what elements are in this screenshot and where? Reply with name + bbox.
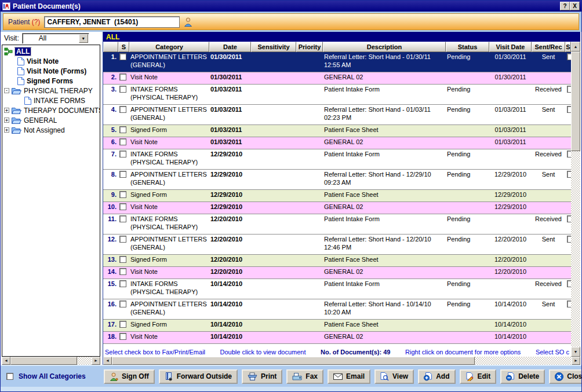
row-checkbox[interactable] bbox=[119, 138, 126, 145]
expand-icon[interactable]: + bbox=[4, 127, 9, 133]
delete-button[interactable]: Delete bbox=[500, 369, 545, 384]
visit-dropdown[interactable]: All ▼ bbox=[22, 33, 89, 44]
row-checkbox[interactable] bbox=[119, 256, 126, 263]
email-button[interactable]: Email bbox=[328, 369, 370, 384]
signoff-checkbox[interactable] bbox=[567, 151, 571, 157]
signoff-checkbox[interactable] bbox=[567, 171, 571, 178]
table-row[interactable]: 1.APPOINTMENT LETTERS (GENERAL)01/30/201… bbox=[103, 52, 571, 72]
column-header-s[interactable]: S bbox=[118, 42, 129, 52]
table-row[interactable]: 7.INTAKE FORMS (PHYSICAL THERAPY)12/29/2… bbox=[103, 149, 571, 170]
scrollbar-thumb[interactable] bbox=[571, 52, 580, 151]
row-checkbox[interactable] bbox=[119, 333, 126, 340]
table-row[interactable]: 17.Signed Form10/14/2010Patient Face She… bbox=[103, 320, 571, 332]
visit-date-cell: 12/20/2010 bbox=[489, 267, 532, 279]
help-button[interactable]: ? bbox=[560, 2, 570, 10]
table-row[interactable]: 13.Signed Form12/20/2010Patient Face She… bbox=[103, 255, 571, 267]
tree-item-all[interactable]: ALL bbox=[2, 46, 100, 56]
fax-button[interactable]: Fax bbox=[286, 369, 323, 384]
tree-item-visit-note-forms[interactable]: Visit Note (Forms) bbox=[2, 66, 100, 76]
table-row[interactable]: 18.Visit Note10/14/2010GENERAL 0210/14/2… bbox=[103, 332, 571, 344]
row-checkbox[interactable] bbox=[119, 106, 126, 113]
tree-item-therapy-documents[interactable]: +THERAPY DOCUMENTS bbox=[2, 105, 100, 115]
patient-person-icon[interactable] bbox=[184, 17, 192, 27]
scrollbar-thumb[interactable] bbox=[112, 357, 475, 365]
signoff-checkbox[interactable] bbox=[567, 236, 571, 243]
patient-input[interactable] bbox=[44, 16, 180, 28]
scroll-right-icon[interactable]: ► bbox=[572, 357, 580, 365]
show-all-categories-checkbox[interactable] bbox=[6, 373, 13, 380]
scroll-left-icon[interactable]: ◄ bbox=[103, 357, 112, 365]
column-header-status[interactable]: Status bbox=[446, 42, 489, 52]
row-checkbox[interactable] bbox=[119, 191, 126, 198]
scroll-right-icon[interactable]: ► bbox=[92, 357, 100, 365]
column-header-blank[interactable] bbox=[103, 42, 118, 52]
row-checkbox[interactable] bbox=[119, 203, 126, 210]
signoff-checkbox[interactable] bbox=[567, 86, 571, 93]
scroll-down-icon[interactable]: ▼ bbox=[571, 347, 580, 357]
print-button[interactable]: Print bbox=[242, 369, 282, 384]
tree-item-not-assigned[interactable]: +Not Assigned bbox=[2, 125, 100, 135]
expand-icon[interactable]: + bbox=[4, 118, 9, 123]
tree-item-intake-forms[interactable]: INTAKE FORMS bbox=[2, 96, 100, 105]
column-header-sensitivity[interactable]: Sensitivity bbox=[251, 42, 296, 52]
column-header-description[interactable]: Description bbox=[323, 42, 446, 52]
row-checkbox[interactable] bbox=[119, 280, 126, 287]
scrollbar-thumb[interactable] bbox=[10, 357, 77, 365]
table-row[interactable]: 11.INTAKE FORMS (PHYSICAL THERAPY)12/20/… bbox=[103, 214, 571, 235]
scroll-up-icon[interactable]: ▲ bbox=[571, 42, 580, 52]
signoff-checkbox[interactable] bbox=[567, 301, 571, 307]
table-row[interactable]: 2.Visit Note01/30/2011GENERAL 0201/30/20… bbox=[103, 72, 571, 85]
table-row[interactable]: 6.Visit Note01/03/2011GENERAL 0201/03/20… bbox=[103, 137, 571, 149]
table-row[interactable]: 14.Visit Note12/20/2010GENERAL 0212/20/2… bbox=[103, 267, 571, 279]
sign-off-button[interactable]: Sign Off bbox=[104, 369, 155, 384]
table-row[interactable]: 10.Visit Note12/29/2010GENERAL 0212/29/2… bbox=[103, 202, 571, 214]
row-checkbox[interactable] bbox=[119, 53, 126, 60]
chevron-down-icon[interactable]: ▼ bbox=[79, 34, 88, 43]
forward-outside-button[interactable]: Forward Outside bbox=[159, 369, 238, 384]
column-header-visit-date[interactable]: Visit Date bbox=[489, 42, 532, 52]
tree-horizontal-scrollbar[interactable]: ◄ ► bbox=[2, 357, 100, 365]
scroll-left-icon[interactable]: ◄ bbox=[2, 357, 10, 365]
table-row[interactable]: 5.Signed Form01/03/2011Patient Face Shee… bbox=[103, 125, 571, 137]
expand-icon[interactable]: + bbox=[4, 108, 9, 113]
row-checkbox[interactable] bbox=[119, 321, 126, 328]
column-header-s-partial[interactable]: S bbox=[565, 42, 571, 52]
signoff-checkbox[interactable] bbox=[567, 53, 571, 60]
tree-item-visit-note[interactable]: Visit Note bbox=[2, 56, 100, 66]
close-button[interactable]: Close bbox=[549, 369, 582, 384]
close-window-button[interactable]: X bbox=[570, 2, 580, 10]
row-checkbox[interactable] bbox=[119, 74, 126, 80]
row-checkbox[interactable] bbox=[119, 215, 126, 222]
table-row[interactable]: 9.Signed Form12/29/2010Patient Face Shee… bbox=[103, 190, 571, 202]
row-checkbox[interactable] bbox=[119, 171, 126, 178]
signoff-checkbox[interactable] bbox=[567, 106, 571, 113]
collapse-icon[interactable]: - bbox=[4, 88, 9, 93]
table-row[interactable]: 4.APPOINTMENT LETTERS (GENERAL)01/03/201… bbox=[103, 105, 571, 125]
row-checkbox[interactable] bbox=[119, 86, 126, 93]
table-row[interactable]: 3.INTAKE FORMS (PHYSICAL THERAPY)01/03/2… bbox=[103, 85, 571, 105]
patient-help-mark[interactable]: (?) bbox=[32, 18, 41, 26]
row-checkbox[interactable] bbox=[119, 301, 126, 307]
signoff-checkbox[interactable] bbox=[567, 280, 571, 287]
grid-vertical-scrollbar[interactable]: ▲ ▼ bbox=[571, 42, 580, 357]
column-header-date[interactable]: Date bbox=[209, 42, 251, 52]
tree-item-signed-forms[interactable]: Signed Forms bbox=[2, 76, 100, 86]
row-checkbox[interactable] bbox=[119, 151, 126, 157]
view-button[interactable]: View bbox=[374, 369, 414, 384]
column-header-sent-rec[interactable]: Sent/Rec bbox=[532, 42, 565, 52]
add-button[interactable]: Add bbox=[418, 369, 455, 384]
row-checkbox[interactable] bbox=[119, 268, 126, 275]
edit-button[interactable]: Edit bbox=[460, 369, 497, 384]
row-checkbox[interactable] bbox=[119, 126, 126, 133]
table-row[interactable]: 8.APPOINTMENT LETTERS (GENERAL)12/29/201… bbox=[103, 170, 571, 190]
tree-item-general[interactable]: +GENERAL bbox=[2, 115, 100, 125]
signoff-checkbox[interactable] bbox=[567, 215, 571, 222]
grid-horizontal-scrollbar[interactable]: ◄ ► bbox=[103, 357, 580, 365]
column-header-category[interactable]: Category bbox=[129, 42, 209, 52]
column-header-priority[interactable]: Priority bbox=[296, 42, 323, 52]
tree-item-physical-therapy[interactable]: -PHYSICAL THERAPY bbox=[2, 86, 100, 96]
table-row[interactable]: 16.APPOINTMENT LETTERS (GENERAL)10/14/20… bbox=[103, 299, 571, 320]
table-row[interactable]: 12.APPOINTMENT LETTERS (GENERAL)12/20/20… bbox=[103, 235, 571, 255]
row-checkbox[interactable] bbox=[119, 236, 126, 243]
table-row[interactable]: 15.INTAKE FORMS (PHYSICAL THERAPY)10/14/… bbox=[103, 279, 571, 299]
